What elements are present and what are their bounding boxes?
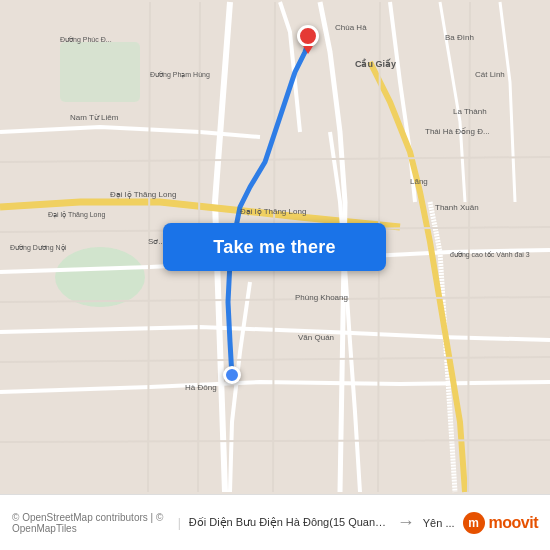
moovit-logo: m moovit xyxy=(463,512,538,534)
svg-text:Đại lộ Thăng Long: Đại lộ Thăng Long xyxy=(240,207,306,216)
arrow-icon: → xyxy=(397,512,415,533)
origin-marker xyxy=(223,366,241,384)
svg-text:Thái Hà  Đống Đ...: Thái Hà Đống Đ... xyxy=(425,127,490,136)
svg-text:Ba Đình: Ba Đình xyxy=(445,33,474,42)
origin-label: Đối Diện Bưu Điện Hà Đông(15 Quang Trun.… xyxy=(189,516,389,529)
svg-text:Cầu Giấy: Cầu Giấy xyxy=(355,58,396,69)
svg-point-1 xyxy=(55,247,145,307)
destination-marker-tail xyxy=(303,46,313,54)
svg-text:Nam Từ Liêm: Nam Từ Liêm xyxy=(70,113,119,122)
destination-marker xyxy=(297,25,319,55)
svg-text:Đường Dương Nội: Đường Dương Nội xyxy=(10,244,67,252)
svg-text:Đường Phạm Hùng: Đường Phạm Hùng xyxy=(150,71,210,79)
svg-text:Phùng Khoang: Phùng Khoang xyxy=(295,293,348,302)
svg-text:Thanh Xuân: Thanh Xuân xyxy=(435,203,479,212)
svg-text:Văn Quán: Văn Quán xyxy=(298,333,334,342)
svg-text:Cát Linh: Cát Linh xyxy=(475,70,505,79)
svg-text:La Thành: La Thành xyxy=(453,107,487,116)
svg-text:Lăng: Lăng xyxy=(410,177,428,186)
map-container: Cầu Giấy Ba Đình Cát Linh La Thành Thái … xyxy=(0,0,550,494)
separator: | xyxy=(178,516,181,530)
svg-text:đường cao tốc Vành đai 3: đường cao tốc Vành đai 3 xyxy=(450,251,530,259)
svg-text:Đại lộ Thăng Long: Đại lộ Thăng Long xyxy=(110,190,176,199)
bottom-bar: © OpenStreetMap contributors | © OpenMap… xyxy=(0,494,550,550)
svg-text:Hà Đông: Hà Đông xyxy=(185,383,217,392)
app: Cầu Giấy Ba Đình Cát Linh La Thành Thái … xyxy=(0,0,550,550)
svg-text:Chùa Hà: Chùa Hà xyxy=(335,23,367,32)
destination-label: Yên ... xyxy=(423,517,455,529)
moovit-text: moovit xyxy=(489,514,538,532)
svg-rect-2 xyxy=(60,42,140,102)
attribution-text: © OpenStreetMap contributors | © OpenMap… xyxy=(12,512,170,534)
moovit-icon: m xyxy=(463,512,485,534)
svg-text:Đại lộ Thăng Long: Đại lộ Thăng Long xyxy=(48,211,105,219)
take-me-there-button[interactable]: Take me there xyxy=(163,223,386,271)
destination-marker-circle xyxy=(297,25,319,47)
svg-text:Đường Phúc Đ...: Đường Phúc Đ... xyxy=(60,36,112,44)
